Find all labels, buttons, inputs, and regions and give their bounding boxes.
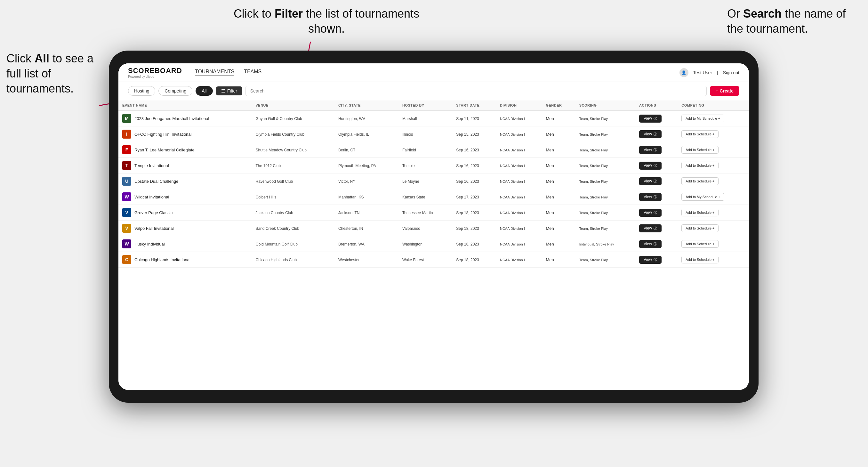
cell-city-5: Manhattan, KS [335,189,399,205]
cell-city-3: Plymouth Meeting, PA [335,158,399,174]
table-row: U Upstate Dual Challenge Ravenwood Golf … [118,174,749,189]
info-icon-3: ⓘ [654,163,657,168]
cell-event-2: F Ryan T. Lee Memorial Collegiate [118,142,252,158]
tab-competing[interactable]: Competing [158,86,192,96]
cell-action-1: View ⓘ [635,126,678,142]
cell-date-8: Sep 18, 2023 [452,236,496,252]
event-name-3: Temple Invitational [134,163,169,168]
nav-tournaments[interactable]: TOURNAMENTS [195,69,234,76]
cell-competing-3: Add to Schedule + [678,158,749,174]
view-button-4[interactable]: View ⓘ [639,177,661,185]
cell-event-5: W Wildcat Invitational [118,189,252,205]
cell-venue-2: Shuttle Meadow Country Club [252,142,335,158]
tab-hosting[interactable]: Hosting [128,86,155,96]
table-row: M 2023 Joe Feaganes Marshall Invitationa… [118,111,749,126]
add-schedule-button-9[interactable]: Add to Schedule + [681,256,718,263]
cell-competing-9: Add to Schedule + [678,252,749,268]
nav-teams[interactable]: TEAMS [244,69,261,76]
sign-out-link[interactable]: Sign out [723,70,739,75]
annotation-left: Click All to see a full list of tourname… [6,51,105,96]
add-schedule-button-4[interactable]: Add to Schedule + [681,177,718,185]
cell-scoring-5: Team, Stroke Play [576,189,635,205]
view-button-9[interactable]: View ⓘ [639,256,661,264]
add-schedule-button-1[interactable]: Add to Schedule + [681,130,718,138]
cell-action-4: View ⓘ [635,174,678,189]
cell-scoring-8: Individual, Stroke Play [576,236,635,252]
cell-action-7: View ⓘ [635,221,678,236]
cell-division-7: NCAA Division I [496,221,542,236]
cell-city-1: Olympia Fields, IL [335,126,399,142]
view-button-8[interactable]: View ⓘ [639,240,661,248]
filter-button[interactable]: ☰ Filter [216,86,242,95]
cell-date-0: Sep 11, 2023 [452,111,496,126]
cell-city-9: Westchester, IL [335,252,399,268]
cell-city-2: Berlin, CT [335,142,399,158]
cell-gender-1: Men [542,126,575,142]
add-schedule-button-0[interactable]: Add to My Schedule + [681,115,724,122]
cell-competing-5: Add to My Schedule + [678,189,749,205]
app-logo: SCOREBOARD [128,67,182,75]
event-name-1: OFCC Fighting Illini Invitational [134,132,191,137]
cell-hosted-1: Illinois [399,126,452,142]
event-name-2: Ryan T. Lee Memorial Collegiate [134,148,195,152]
cell-venue-1: Olympia Fields Country Club [252,126,335,142]
cell-gender-4: Men [542,174,575,189]
tablet-screen: SCOREBOARD Powered by clippd TOURNAMENTS… [118,63,749,390]
cell-action-3: View ⓘ [635,158,678,174]
view-button-7[interactable]: View ⓘ [639,224,661,232]
cell-date-2: Sep 16, 2023 [452,142,496,158]
cell-gender-2: Men [542,142,575,158]
add-schedule-button-5[interactable]: Add to My Schedule + [681,193,724,201]
event-name-0: 2023 Joe Feaganes Marshall Invitational [134,116,209,121]
view-button-5[interactable]: View ⓘ [639,193,661,201]
cell-action-9: View ⓘ [635,252,678,268]
cell-date-1: Sep 15, 2023 [452,126,496,142]
annotation-top-center: Click to Filter the list of tournaments … [230,6,423,36]
cell-hosted-3: Temple [399,158,452,174]
event-name-7: Valpo Fall Invitational [134,226,174,231]
cell-venue-6: Jackson Country Club [252,205,335,221]
cell-division-9: NCAA Division I [496,252,542,268]
user-avatar: 👤 [680,68,688,77]
app-header: SCOREBOARD Powered by clippd TOURNAMENTS… [118,63,749,82]
table-row: V Valpo Fall Invitational Sand Creek Cou… [118,221,749,236]
cell-hosted-6: Tennessee-Martin [399,205,452,221]
tablet-frame: SCOREBOARD Powered by clippd TOURNAMENTS… [109,51,758,403]
table-row: W Wildcat Invitational Colbert Hills Man… [118,189,749,205]
cell-scoring-3: Team, Stroke Play [576,158,635,174]
cell-scoring-9: Team, Stroke Play [576,252,635,268]
cell-gender-0: Men [542,111,575,126]
table-row: C Chicago Highlands Invitational Chicago… [118,252,749,268]
search-input[interactable] [246,86,707,96]
add-schedule-button-3[interactable]: Add to Schedule + [681,162,718,169]
cell-action-0: View ⓘ [635,111,678,126]
team-logo-9: C [122,255,131,264]
add-schedule-button-2[interactable]: Add to Schedule + [681,146,718,154]
cell-venue-4: Ravenwood Golf Club [252,174,335,189]
view-button-6[interactable]: View ⓘ [639,209,661,217]
add-schedule-button-7[interactable]: Add to Schedule + [681,224,718,232]
cell-venue-3: The 1912 Club [252,158,335,174]
cell-hosted-4: Le Moyne [399,174,452,189]
info-icon-7: ⓘ [654,226,657,231]
info-icon-6: ⓘ [654,210,657,215]
tab-all[interactable]: All [195,86,213,96]
add-schedule-button-8[interactable]: Add to Schedule + [681,240,718,248]
view-button-3[interactable]: View ⓘ [639,162,661,169]
cell-gender-3: Men [542,158,575,174]
logo-area: SCOREBOARD Powered by clippd [128,67,182,79]
view-button-1[interactable]: View ⓘ [639,130,661,138]
info-icon-2: ⓘ [654,148,657,152]
view-button-2[interactable]: View ⓘ [639,146,661,154]
cell-competing-6: Add to Schedule + [678,205,749,221]
table-row: V Grover Page Classic Jackson Country Cl… [118,205,749,221]
view-button-0[interactable]: View ⓘ [639,115,661,123]
team-logo-0: M [122,114,131,123]
create-button[interactable]: + Create [710,86,739,96]
cell-date-5: Sep 17, 2023 [452,189,496,205]
header-right: 👤 Test User | Sign out [680,68,739,77]
cell-hosted-7: Valparaiso [399,221,452,236]
cell-competing-2: Add to Schedule + [678,142,749,158]
add-schedule-button-6[interactable]: Add to Schedule + [681,209,718,216]
team-logo-5: W [122,192,131,201]
